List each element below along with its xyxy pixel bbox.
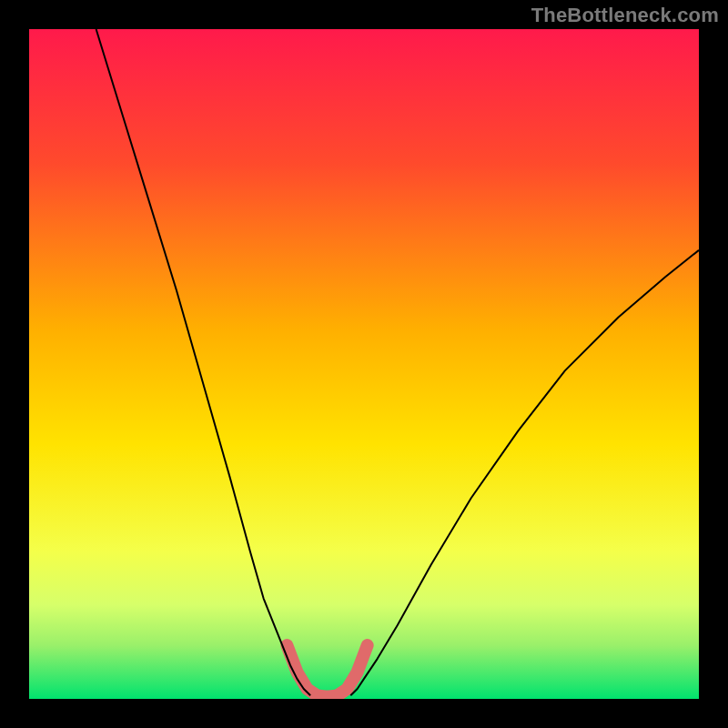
watermark-text: TheBottleneck.com (531, 4, 719, 27)
plot-area (29, 29, 699, 699)
chart-svg (29, 29, 699, 699)
chart-frame: TheBottleneck.com (0, 0, 728, 728)
gradient-background (29, 29, 699, 699)
